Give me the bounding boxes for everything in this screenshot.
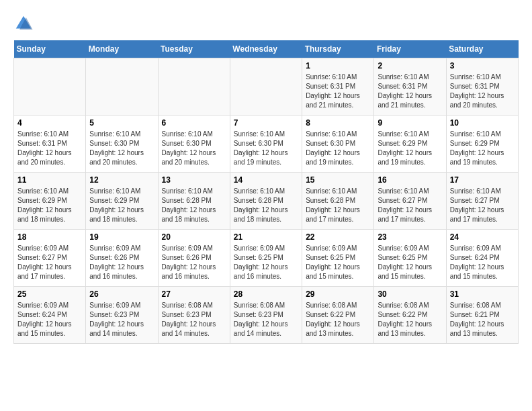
- day-info: Sunrise: 6:10 AM Sunset: 6:27 PM Dayligh…: [450, 187, 515, 224]
- day-number: 18: [17, 232, 82, 242]
- week-row-4: 18Sunrise: 6:09 AM Sunset: 6:27 PM Dayli…: [14, 230, 519, 287]
- calendar-cell: 26Sunrise: 6:09 AM Sunset: 6:23 PM Dayli…: [86, 287, 158, 344]
- calendar-cell: 16Sunrise: 6:10 AM Sunset: 6:27 PM Dayli…: [374, 173, 446, 230]
- header-day-saturday: Saturday: [446, 40, 518, 58]
- day-info: Sunrise: 6:09 AM Sunset: 6:25 PM Dayligh…: [378, 244, 442, 281]
- day-number: 24: [450, 232, 515, 242]
- day-number: 29: [306, 289, 370, 299]
- day-info: Sunrise: 6:10 AM Sunset: 6:29 PM Dayligh…: [17, 187, 82, 224]
- calendar-cell: 21Sunrise: 6:09 AM Sunset: 6:25 PM Dayli…: [230, 230, 302, 287]
- calendar-cell: 10Sunrise: 6:10 AM Sunset: 6:29 PM Dayli…: [446, 116, 518, 173]
- calendar-cell: 9Sunrise: 6:10 AM Sunset: 6:29 PM Daylig…: [374, 116, 446, 173]
- day-info: Sunrise: 6:08 AM Sunset: 6:22 PM Dayligh…: [378, 301, 442, 338]
- day-number: 25: [17, 289, 82, 299]
- day-number: 3: [450, 61, 515, 71]
- day-info: Sunrise: 6:10 AM Sunset: 6:30 PM Dayligh…: [162, 130, 226, 167]
- day-info: Sunrise: 6:09 AM Sunset: 6:25 PM Dayligh…: [234, 244, 298, 281]
- day-number: 26: [89, 289, 154, 299]
- day-info: Sunrise: 6:08 AM Sunset: 6:23 PM Dayligh…: [234, 301, 298, 338]
- day-number: 8: [306, 118, 370, 128]
- calendar-cell: 27Sunrise: 6:08 AM Sunset: 6:23 PM Dayli…: [158, 287, 230, 344]
- calendar-cell: 23Sunrise: 6:09 AM Sunset: 6:25 PM Dayli…: [374, 230, 446, 287]
- day-info: Sunrise: 6:10 AM Sunset: 6:29 PM Dayligh…: [378, 130, 442, 167]
- header-day-wednesday: Wednesday: [230, 40, 302, 58]
- day-info: Sunrise: 6:10 AM Sunset: 6:31 PM Dayligh…: [450, 73, 515, 110]
- logo-icon: [13, 13, 34, 34]
- day-number: 31: [450, 289, 515, 299]
- page-header: [13, 13, 519, 34]
- day-number: 17: [450, 175, 515, 185]
- day-number: 12: [89, 175, 154, 185]
- week-row-2: 4Sunrise: 6:10 AM Sunset: 6:31 PM Daylig…: [14, 116, 519, 173]
- day-number: 1: [306, 61, 370, 71]
- calendar-cell: 18Sunrise: 6:09 AM Sunset: 6:27 PM Dayli…: [14, 230, 86, 287]
- day-info: Sunrise: 6:09 AM Sunset: 6:25 PM Dayligh…: [306, 244, 370, 281]
- calendar-cell: [230, 58, 302, 116]
- day-number: 2: [378, 61, 442, 71]
- day-info: Sunrise: 6:10 AM Sunset: 6:31 PM Dayligh…: [306, 73, 370, 110]
- day-number: 20: [162, 232, 226, 242]
- day-info: Sunrise: 6:10 AM Sunset: 6:31 PM Dayligh…: [378, 73, 442, 110]
- calendar-cell: 3Sunrise: 6:10 AM Sunset: 6:31 PM Daylig…: [446, 58, 518, 116]
- calendar-table: SundayMondayTuesdayWednesdayThursdayFrid…: [13, 40, 519, 344]
- calendar-cell: 17Sunrise: 6:10 AM Sunset: 6:27 PM Dayli…: [446, 173, 518, 230]
- calendar-cell: 5Sunrise: 6:10 AM Sunset: 6:30 PM Daylig…: [86, 116, 158, 173]
- calendar-cell: 24Sunrise: 6:09 AM Sunset: 6:24 PM Dayli…: [446, 230, 518, 287]
- calendar-cell: 30Sunrise: 6:08 AM Sunset: 6:22 PM Dayli…: [374, 287, 446, 344]
- calendar-cell: 11Sunrise: 6:10 AM Sunset: 6:29 PM Dayli…: [14, 173, 86, 230]
- calendar-cell: 28Sunrise: 6:08 AM Sunset: 6:23 PM Dayli…: [230, 287, 302, 344]
- calendar-cell: 14Sunrise: 6:10 AM Sunset: 6:28 PM Dayli…: [230, 173, 302, 230]
- day-number: 15: [306, 175, 370, 185]
- calendar-cell: [14, 58, 86, 116]
- day-info: Sunrise: 6:08 AM Sunset: 6:21 PM Dayligh…: [450, 301, 515, 338]
- calendar-cell: 29Sunrise: 6:08 AM Sunset: 6:22 PM Dayli…: [302, 287, 374, 344]
- header-day-thursday: Thursday: [302, 40, 374, 58]
- calendar-cell: 19Sunrise: 6:09 AM Sunset: 6:26 PM Dayli…: [86, 230, 158, 287]
- day-number: 5: [89, 118, 154, 128]
- day-number: 19: [89, 232, 154, 242]
- calendar-cell: [86, 58, 158, 116]
- calendar-cell: 6Sunrise: 6:10 AM Sunset: 6:30 PM Daylig…: [158, 116, 230, 173]
- calendar-cell: 12Sunrise: 6:10 AM Sunset: 6:29 PM Dayli…: [86, 173, 158, 230]
- day-number: 4: [17, 118, 82, 128]
- day-number: 10: [450, 118, 515, 128]
- day-info: Sunrise: 6:09 AM Sunset: 6:26 PM Dayligh…: [162, 244, 226, 281]
- day-number: 9: [378, 118, 442, 128]
- logo: [13, 13, 38, 34]
- day-number: 22: [306, 232, 370, 242]
- header-day-monday: Monday: [86, 40, 158, 58]
- day-number: 23: [378, 232, 442, 242]
- calendar-cell: 20Sunrise: 6:09 AM Sunset: 6:26 PM Dayli…: [158, 230, 230, 287]
- day-info: Sunrise: 6:10 AM Sunset: 6:30 PM Dayligh…: [89, 130, 154, 167]
- day-info: Sunrise: 6:09 AM Sunset: 6:26 PM Dayligh…: [89, 244, 154, 281]
- calendar-cell: 15Sunrise: 6:10 AM Sunset: 6:28 PM Dayli…: [302, 173, 374, 230]
- day-number: 28: [234, 289, 298, 299]
- header-day-tuesday: Tuesday: [158, 40, 230, 58]
- day-info: Sunrise: 6:10 AM Sunset: 6:28 PM Dayligh…: [162, 187, 226, 224]
- day-info: Sunrise: 6:08 AM Sunset: 6:22 PM Dayligh…: [306, 301, 370, 338]
- calendar-cell: 1Sunrise: 6:10 AM Sunset: 6:31 PM Daylig…: [302, 58, 374, 116]
- day-info: Sunrise: 6:10 AM Sunset: 6:30 PM Dayligh…: [234, 130, 298, 167]
- calendar-header-row: SundayMondayTuesdayWednesdayThursdayFrid…: [14, 40, 519, 58]
- week-row-5: 25Sunrise: 6:09 AM Sunset: 6:24 PM Dayli…: [14, 287, 519, 344]
- day-number: 6: [162, 118, 226, 128]
- calendar-cell: 22Sunrise: 6:09 AM Sunset: 6:25 PM Dayli…: [302, 230, 374, 287]
- day-info: Sunrise: 6:10 AM Sunset: 6:27 PM Dayligh…: [378, 187, 442, 224]
- calendar-cell: 4Sunrise: 6:10 AM Sunset: 6:31 PM Daylig…: [14, 116, 86, 173]
- day-number: 11: [17, 175, 82, 185]
- day-number: 14: [234, 175, 298, 185]
- day-number: 16: [378, 175, 442, 185]
- day-info: Sunrise: 6:10 AM Sunset: 6:28 PM Dayligh…: [234, 187, 298, 224]
- day-info: Sunrise: 6:08 AM Sunset: 6:23 PM Dayligh…: [162, 301, 226, 338]
- day-info: Sunrise: 6:10 AM Sunset: 6:28 PM Dayligh…: [306, 187, 370, 224]
- day-info: Sunrise: 6:10 AM Sunset: 6:29 PM Dayligh…: [89, 187, 154, 224]
- day-number: 30: [378, 289, 442, 299]
- calendar-cell: 31Sunrise: 6:08 AM Sunset: 6:21 PM Dayli…: [446, 287, 518, 344]
- day-info: Sunrise: 6:09 AM Sunset: 6:24 PM Dayligh…: [450, 244, 515, 281]
- week-row-1: 1Sunrise: 6:10 AM Sunset: 6:31 PM Daylig…: [14, 58, 519, 116]
- day-info: Sunrise: 6:10 AM Sunset: 6:29 PM Dayligh…: [450, 130, 515, 167]
- calendar-cell: 2Sunrise: 6:10 AM Sunset: 6:31 PM Daylig…: [374, 58, 446, 116]
- header-day-sunday: Sunday: [14, 40, 86, 58]
- calendar-cell: 25Sunrise: 6:09 AM Sunset: 6:24 PM Dayli…: [14, 287, 86, 344]
- day-info: Sunrise: 6:10 AM Sunset: 6:31 PM Dayligh…: [17, 130, 82, 167]
